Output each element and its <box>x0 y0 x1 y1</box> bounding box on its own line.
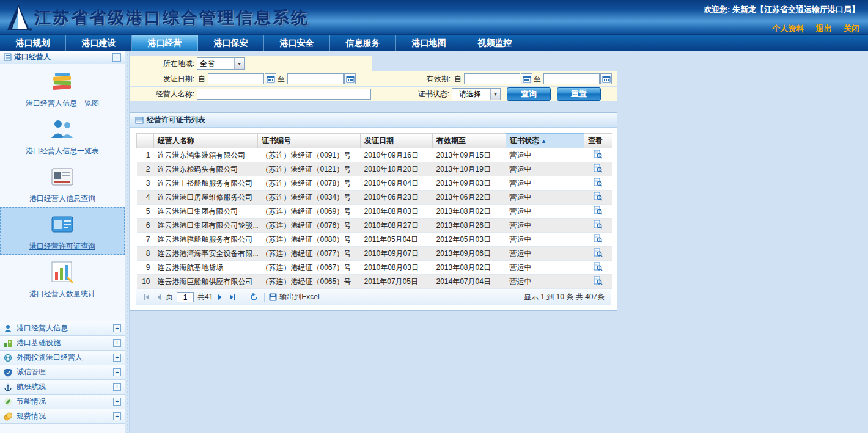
sidebar-item-operator-overview-chart[interactable]: 港口经营人信息一览图 <box>0 64 125 112</box>
expand-group-button[interactable]: + <box>113 398 121 406</box>
table-row[interactable]: 10 连云港海巨船舶供应有限公司 （苏连）港经证（0065）号 2011年07月… <box>137 275 612 289</box>
nav-tab-port-safety[interactable]: 港口安全 <box>264 35 330 51</box>
cell-status: 营运中 <box>506 176 584 191</box>
table-row[interactable]: 4 连云港港口房屋维修服务公司 （苏连）港经证（0034）号 2010年06月2… <box>137 191 612 205</box>
pagination-bar: 页 共41 输出到Excel 显示 1 到 10 条 共 407条 <box>136 289 611 305</box>
nav-tab-port-construction[interactable]: 港口建设 <box>66 35 132 51</box>
column-header-valid-until[interactable]: 有效期至 <box>433 134 506 148</box>
validity-to-input[interactable] <box>543 73 600 84</box>
cell-cert-no: （苏连）港经证（0065）号 <box>258 275 361 289</box>
prev-page-icon[interactable] <box>153 292 164 303</box>
magnifier-document-icon <box>594 234 603 243</box>
expand-group-button[interactable]: + <box>113 368 121 376</box>
calendar-icon[interactable] <box>521 73 532 84</box>
sidebar-group-integrity[interactable]: 诚信管理 + <box>0 365 125 380</box>
cell-cert-no: （苏连）港经证（0078）号 <box>258 176 361 191</box>
sidebar-group-energy-saving[interactable]: 节能情况 + <box>0 395 125 409</box>
cell-issue-date: 2010年10月20日 <box>361 162 433 176</box>
view-record-button[interactable] <box>594 276 603 287</box>
profile-link[interactable]: 个人资料 <box>772 24 804 33</box>
collapse-panel-button[interactable]: - <box>112 53 121 62</box>
sidebar-item-label: 港口经营许可证查询 <box>0 241 125 252</box>
export-excel-button[interactable]: 输出到Excel <box>269 292 319 302</box>
calendar-icon[interactable] <box>265 73 276 84</box>
column-header-status[interactable]: 证书状态▲ <box>506 134 584 148</box>
magnifier-document-icon <box>594 150 603 159</box>
expand-group-button[interactable]: + <box>113 383 121 391</box>
sidebar-item-operator-list[interactable]: 港口经营人信息一览表 <box>0 112 125 159</box>
sidebar-groups: 港口经营人信息 + 港口基础设施 + 外商投资港口经营人 + 诚信管理 + 航班… <box>0 321 125 424</box>
to-label: 至 <box>534 74 541 84</box>
calendar-icon[interactable] <box>344 73 356 84</box>
table-row[interactable]: 3 连云港丰裕船舶服务有限公司 （苏连）港经证（0078）号 2010年09月0… <box>137 176 612 191</box>
table-row[interactable]: 5 连云港港口集团有限公司 （苏连）港经证（0069）号 2010年08月03日… <box>137 205 612 219</box>
expand-group-button[interactable]: + <box>113 354 121 362</box>
validity-label: 有效期: <box>356 74 453 84</box>
sidebar-item-license-query[interactable]: 港口经营许可证查询 <box>0 207 125 255</box>
energy-icon <box>4 398 13 406</box>
sidebar-panel-header: 港口经营人 - <box>0 51 125 64</box>
query-button[interactable]: 查询 <box>507 87 551 101</box>
logout-link[interactable]: 退出 <box>816 24 832 33</box>
nav-tab-port-planning[interactable]: 港口规划 <box>0 35 66 51</box>
operator-name-input[interactable] <box>197 89 371 100</box>
sidebar-group-infrastructure[interactable]: 港口基础设施 + <box>0 336 125 351</box>
view-record-button[interactable] <box>594 220 603 231</box>
cell-status: 营运中 <box>506 205 584 219</box>
table-row[interactable]: 7 连云港港腾船舶服务有限公司 （苏连）港经证（0080）号 2011年05月0… <box>137 233 612 247</box>
expand-group-button[interactable]: + <box>113 339 121 347</box>
magnifier-document-icon <box>594 206 603 215</box>
view-record-button[interactable] <box>594 192 603 203</box>
column-header-cert-no[interactable]: 证书编号 <box>258 134 361 148</box>
next-page-icon[interactable] <box>215 292 226 303</box>
region-select[interactable]: 全省 <box>197 57 245 70</box>
sidebar-group-fees[interactable]: 规费情况 + <box>0 409 125 424</box>
view-record-button[interactable] <box>594 234 603 245</box>
calendar-icon[interactable] <box>600 73 612 84</box>
last-page-icon[interactable] <box>227 292 238 303</box>
sidebar-group-foreign-investment[interactable]: 外商投资港口经营人 + <box>0 351 125 365</box>
issue-date-from-input[interactable] <box>208 73 264 84</box>
sidebar-item-operator-info-query[interactable]: 港口经营人信息查询 <box>0 159 125 207</box>
nav-tab-port-operation[interactable]: 港口经营 <box>132 35 198 51</box>
column-header-name[interactable]: 经营人名称 <box>154 134 258 148</box>
view-record-button[interactable] <box>594 262 603 273</box>
region-select-value: 全省 <box>197 59 234 69</box>
table-row[interactable]: 8 连云港港湾海事安全设备有限... （苏连）港经证（0077）号 2010年0… <box>137 247 612 261</box>
sidebar-item-operator-statistics[interactable]: 港口经营人数量统计 <box>0 255 125 302</box>
expand-group-button[interactable]: + <box>113 412 121 420</box>
row-number: 1 <box>137 148 154 162</box>
table-row[interactable]: 1 连云港东鸿集装箱有限公司 （苏连）港经证（0091）号 2010年09月16… <box>137 148 612 162</box>
view-record-button[interactable] <box>594 178 603 189</box>
cell-cert-no: （苏连）港经证（0091）号 <box>258 148 361 162</box>
cert-status-select[interactable]: =请选择= <box>452 88 501 100</box>
view-record-button[interactable] <box>594 150 603 161</box>
close-link[interactable]: 关闭 <box>844 24 859 33</box>
table-row[interactable]: 9 连云港海航基地货场 （苏连）港经证（0067）号 2010年08月03日 2… <box>137 261 612 275</box>
nav-tab-info-service[interactable]: 信息服务 <box>330 35 396 51</box>
validity-from-input[interactable] <box>464 73 520 84</box>
first-page-icon[interactable] <box>141 292 152 303</box>
view-record-button[interactable] <box>594 206 603 217</box>
page-number-input[interactable] <box>177 292 194 302</box>
separator <box>264 293 265 302</box>
nav-tab-video-monitor[interactable]: 视频监控 <box>462 35 528 51</box>
row-number: 6 <box>137 219 154 233</box>
view-record-button[interactable] <box>594 164 603 175</box>
column-header-issue-date[interactable]: 发证日期 <box>361 134 433 148</box>
main-content: 所在地域: 全省 发证日期: 自 至 有效期: 自 至 经营人名称: 证书状 <box>130 51 868 433</box>
idcard-icon <box>49 164 76 192</box>
table-row[interactable]: 2 连云港东粮码头有限公司 （苏连）港经证（0121）号 2010年10月20日… <box>137 162 612 176</box>
expand-group-button[interactable]: + <box>113 324 121 332</box>
sidebar-group-routes[interactable]: 航班航线 + <box>0 380 125 395</box>
reset-button[interactable]: 重置 <box>557 87 601 101</box>
sidebar-item-label: 港口经营人信息查询 <box>0 194 125 204</box>
refresh-icon[interactable] <box>248 292 259 303</box>
issue-date-to-input[interactable] <box>287 73 344 84</box>
view-record-button[interactable] <box>594 248 603 259</box>
sidebar-group-operator-info[interactable]: 港口经营人信息 + <box>0 321 125 336</box>
sidebar-splitter[interactable] <box>125 51 130 433</box>
table-row[interactable]: 6 连云港港口集团有限公司轮驳... （苏连）港经证（0076）号 2010年0… <box>137 219 612 233</box>
nav-tab-port-security[interactable]: 港口保安 <box>198 35 264 51</box>
nav-tab-port-map[interactable]: 港口地图 <box>396 35 462 51</box>
